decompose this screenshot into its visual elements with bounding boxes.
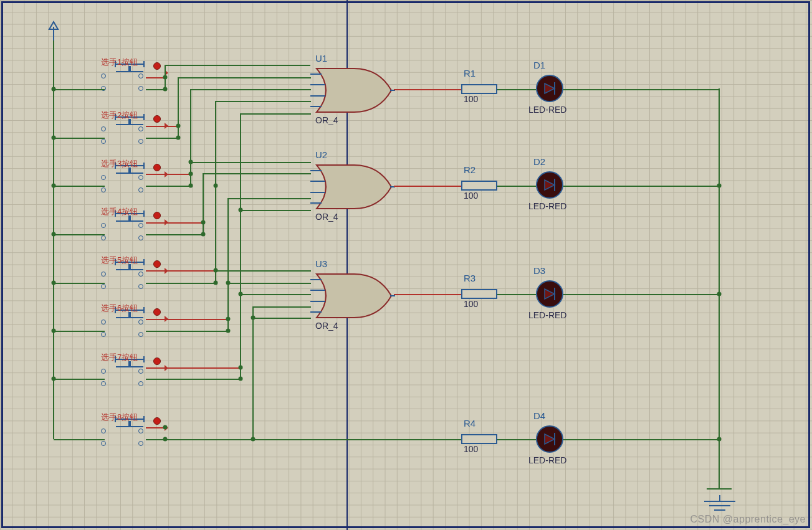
junction: [163, 75, 168, 80]
wire: [394, 89, 461, 90]
wire: [563, 89, 719, 90]
led-type: LED-RED: [528, 310, 566, 320]
junction: [226, 329, 231, 333]
junction: [189, 184, 193, 188]
resistor-value: 100: [464, 444, 478, 454]
or-gate-U2[interactable]: [310, 162, 395, 212]
gate-type: OR_4: [315, 115, 338, 125]
wire: [240, 113, 241, 380]
resistor-ref: R3: [464, 273, 475, 283]
svg-marker-21: [545, 289, 555, 299]
wire: [146, 234, 203, 235]
watermark: CSDN @apprentice_eye: [690, 514, 806, 525]
junction: [239, 377, 243, 381]
resistor-R4[interactable]: [461, 434, 497, 444]
wire: [719, 88, 720, 490]
junction: [163, 425, 168, 430]
resistor-value: 100: [464, 191, 478, 201]
wire: [203, 173, 204, 235]
button-indicator-icon: [153, 115, 161, 123]
resistor-R2[interactable]: [461, 181, 497, 191]
or-gate-U3[interactable]: [310, 271, 395, 321]
wire: [146, 283, 216, 284]
led-ref: D3: [533, 265, 545, 276]
wire: [394, 294, 461, 295]
led-D1[interactable]: [536, 75, 563, 102]
resistor-value: 100: [464, 94, 478, 104]
button-label: 选手7按钮: [101, 352, 138, 363]
wire: [563, 439, 719, 440]
junction: [239, 208, 243, 212]
resistor-ref: R2: [464, 164, 475, 175]
junction: [189, 160, 193, 164]
wire: [497, 186, 536, 187]
wire: [146, 174, 191, 175]
svg-marker-23: [545, 434, 555, 444]
wire: [240, 113, 311, 115]
button-label: 选手5按钮: [101, 255, 138, 266]
wire: [165, 65, 310, 66]
wire: [563, 186, 719, 187]
wire: [252, 318, 311, 319]
led-D3[interactable]: [536, 280, 563, 308]
wire: [146, 270, 216, 272]
junction: [226, 317, 231, 321]
wire: [146, 222, 203, 224]
wire: [240, 210, 311, 211]
wire: [54, 283, 105, 284]
junction: [239, 292, 243, 296]
wire: [227, 198, 229, 332]
wire: [190, 162, 311, 163]
resistor-R3[interactable]: [461, 289, 497, 299]
led-type: LED-RED: [528, 201, 566, 211]
junction: [214, 268, 218, 273]
button-indicator-icon: [153, 260, 161, 268]
junction: [251, 437, 256, 442]
wire: [146, 77, 165, 78]
power-terminal[interactable]: [47, 22, 60, 42]
junction: [176, 124, 181, 128]
led-ref: D2: [533, 156, 545, 167]
button-label: 选手2按钮: [101, 110, 138, 121]
or-gate-U1[interactable]: [310, 65, 395, 115]
button-label: 选手1按钮: [101, 57, 138, 68]
junction: [214, 184, 218, 188]
button-indicator-icon: [153, 308, 161, 316]
junction: [251, 316, 256, 320]
ground-terminal[interactable]: [698, 495, 742, 516]
button-indicator-icon: [153, 164, 161, 171]
wire: [146, 379, 241, 380]
wire: [215, 101, 216, 284]
wire: [54, 186, 105, 187]
wire: [54, 234, 105, 235]
wire: [394, 186, 461, 187]
wire: [146, 126, 178, 127]
gate-ref: U3: [315, 258, 327, 269]
resistor-R1[interactable]: [461, 84, 497, 94]
wire: [146, 89, 165, 90]
wire: [707, 488, 732, 490]
wire: [146, 367, 241, 369]
junction: [163, 437, 168, 442]
button-indicator-icon: [153, 62, 161, 70]
led-D4[interactable]: [536, 425, 563, 453]
wire: [54, 331, 105, 332]
junction: [189, 172, 193, 176]
gate-type: OR_4: [315, 212, 338, 222]
resistor-ref: R4: [464, 418, 475, 428]
gate-type: OR_4: [315, 321, 338, 331]
wire: [146, 319, 228, 320]
button-label: 选手4按钮: [101, 206, 138, 217]
wire: [563, 294, 719, 295]
wire: [178, 77, 179, 139]
wire: [190, 89, 311, 90]
wire: [146, 331, 228, 332]
led-D2[interactable]: [536, 171, 563, 199]
junction: [176, 136, 181, 140]
wire: [54, 138, 105, 139]
wire: [54, 379, 105, 380]
junction: [163, 87, 168, 92]
wire: [252, 306, 311, 308]
button-indicator-icon: [153, 357, 161, 365]
wire: [54, 89, 105, 90]
